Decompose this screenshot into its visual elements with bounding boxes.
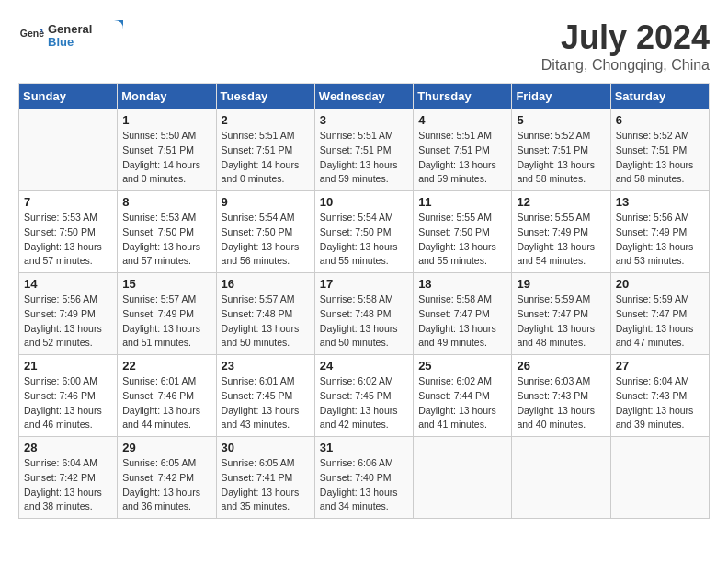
- day-number: 2: [222, 113, 310, 127]
- calendar-cell: 31Sunrise: 6:06 AMSunset: 7:40 PMDayligh…: [314, 437, 413, 519]
- calendar-cell: 6Sunrise: 5:52 AMSunset: 7:51 PMDaylight…: [610, 109, 709, 191]
- calendar-cell: 10Sunrise: 5:54 AMSunset: 7:50 PMDayligh…: [314, 191, 413, 273]
- weekday-header-saturday: Saturday: [610, 84, 709, 109]
- calendar-cell: 3Sunrise: 5:51 AMSunset: 7:51 PMDaylight…: [314, 109, 413, 191]
- calendar-cell: 26Sunrise: 6:03 AMSunset: 7:43 PMDayligh…: [512, 355, 610, 437]
- weekday-header-wednesday: Wednesday: [314, 84, 413, 109]
- day-number: 8: [122, 195, 210, 209]
- day-number: 26: [517, 359, 605, 373]
- calendar-cell: 14Sunrise: 5:56 AMSunset: 7:49 PMDayligh…: [19, 273, 118, 355]
- day-number: 18: [418, 277, 506, 291]
- day-info: Sunrise: 5:54 AMSunset: 7:50 PMDaylight:…: [320, 211, 408, 269]
- calendar-cell: 7Sunrise: 5:53 AMSunset: 7:50 PMDaylight…: [19, 191, 118, 273]
- svg-text:Blue: Blue: [48, 35, 74, 49]
- calendar-cell: 20Sunrise: 5:59 AMSunset: 7:47 PMDayligh…: [610, 273, 709, 355]
- day-info: Sunrise: 5:53 AMSunset: 7:50 PMDaylight:…: [24, 211, 112, 269]
- day-info: Sunrise: 5:57 AMSunset: 7:49 PMDaylight:…: [122, 293, 210, 350]
- day-info: Sunrise: 5:52 AMSunset: 7:51 PMDaylight:…: [616, 129, 704, 187]
- day-info: Sunrise: 5:51 AMSunset: 7:51 PMDaylight:…: [418, 129, 506, 187]
- weekday-header-friday: Friday: [512, 84, 610, 109]
- day-info: Sunrise: 5:57 AMSunset: 7:48 PMDaylight:…: [222, 293, 310, 350]
- day-number: 21: [24, 359, 112, 373]
- day-number: 25: [418, 359, 506, 373]
- day-info: Sunrise: 6:01 AMSunset: 7:45 PMDaylight:…: [222, 374, 310, 432]
- day-info: Sunrise: 5:50 AMSunset: 7:51 PMDaylight:…: [122, 129, 210, 187]
- day-number: 9: [222, 195, 310, 209]
- day-info: Sunrise: 5:54 AMSunset: 7:50 PMDaylight:…: [222, 211, 310, 269]
- day-number: 14: [24, 277, 112, 291]
- day-number: 3: [320, 113, 408, 127]
- calendar-cell: 11Sunrise: 5:55 AMSunset: 7:50 PMDayligh…: [414, 191, 512, 273]
- day-info: Sunrise: 6:04 AMSunset: 7:42 PMDaylight:…: [24, 456, 112, 514]
- day-info: Sunrise: 5:55 AMSunset: 7:50 PMDaylight:…: [418, 211, 506, 269]
- day-number: 31: [320, 441, 408, 454]
- header: General General Blue July 2024 Ditang, C…: [18, 18, 710, 74]
- logo: General General Blue: [18, 18, 131, 55]
- day-number: 16: [222, 277, 310, 291]
- calendar-cell: [414, 437, 512, 519]
- weekday-header-tuesday: Tuesday: [216, 84, 314, 109]
- day-number: 15: [122, 277, 210, 291]
- calendar-cell: 5Sunrise: 5:52 AMSunset: 7:51 PMDaylight…: [512, 109, 610, 191]
- day-number: 29: [122, 441, 210, 454]
- day-number: 10: [320, 195, 408, 209]
- day-number: 6: [616, 113, 704, 127]
- calendar-cell: [512, 437, 610, 519]
- day-number: 30: [222, 441, 310, 454]
- day-number: 12: [517, 195, 605, 209]
- calendar-body: 1Sunrise: 5:50 AMSunset: 7:51 PMDaylight…: [19, 109, 710, 519]
- week-row-1: 7Sunrise: 5:53 AMSunset: 7:50 PMDaylight…: [19, 191, 710, 273]
- day-number: 22: [122, 359, 210, 373]
- weekday-header-row: SundayMondayTuesdayWednesdayThursdayFrid…: [19, 84, 710, 109]
- day-number: 17: [320, 277, 408, 291]
- calendar-cell: 17Sunrise: 5:58 AMSunset: 7:48 PMDayligh…: [314, 273, 413, 355]
- logo-text: General Blue: [48, 18, 131, 55]
- day-info: Sunrise: 5:56 AMSunset: 7:49 PMDaylight:…: [24, 293, 112, 350]
- day-number: 23: [222, 359, 310, 373]
- day-info: Sunrise: 6:02 AMSunset: 7:45 PMDaylight:…: [320, 374, 408, 432]
- day-number: 27: [616, 359, 704, 373]
- calendar-cell: 2Sunrise: 5:51 AMSunset: 7:51 PMDaylight…: [216, 109, 314, 191]
- day-info: Sunrise: 6:03 AMSunset: 7:43 PMDaylight:…: [517, 374, 605, 432]
- day-info: Sunrise: 5:59 AMSunset: 7:47 PMDaylight:…: [517, 293, 605, 350]
- day-number: 11: [418, 195, 506, 209]
- calendar-cell: 13Sunrise: 5:56 AMSunset: 7:49 PMDayligh…: [610, 191, 709, 273]
- day-info: Sunrise: 6:06 AMSunset: 7:40 PMDaylight:…: [320, 456, 408, 514]
- calendar-cell: [610, 437, 709, 519]
- week-row-2: 14Sunrise: 5:56 AMSunset: 7:49 PMDayligh…: [19, 273, 710, 355]
- day-info: Sunrise: 5:53 AMSunset: 7:50 PMDaylight:…: [122, 211, 210, 269]
- calendar-cell: 25Sunrise: 6:02 AMSunset: 7:44 PMDayligh…: [414, 355, 512, 437]
- week-row-3: 21Sunrise: 6:00 AMSunset: 7:46 PMDayligh…: [19, 355, 710, 437]
- calendar-cell: 30Sunrise: 6:05 AMSunset: 7:41 PMDayligh…: [216, 437, 314, 519]
- calendar-cell: 28Sunrise: 6:04 AMSunset: 7:42 PMDayligh…: [19, 437, 118, 519]
- day-number: 20: [616, 277, 704, 291]
- weekday-header-thursday: Thursday: [414, 84, 512, 109]
- day-info: Sunrise: 6:01 AMSunset: 7:46 PMDaylight:…: [122, 374, 210, 432]
- calendar-cell: 12Sunrise: 5:55 AMSunset: 7:49 PMDayligh…: [512, 191, 610, 273]
- calendar-cell: 21Sunrise: 6:00 AMSunset: 7:46 PMDayligh…: [19, 355, 118, 437]
- day-info: Sunrise: 6:04 AMSunset: 7:43 PMDaylight:…: [616, 374, 704, 432]
- day-info: Sunrise: 6:05 AMSunset: 7:42 PMDaylight:…: [122, 456, 210, 514]
- calendar-cell: 1Sunrise: 5:50 AMSunset: 7:51 PMDaylight…: [118, 109, 216, 191]
- day-number: 1: [122, 113, 210, 127]
- calendar-cell: 19Sunrise: 5:59 AMSunset: 7:47 PMDayligh…: [512, 273, 610, 355]
- weekday-header-monday: Monday: [118, 84, 216, 109]
- calendar-cell: 18Sunrise: 5:58 AMSunset: 7:47 PMDayligh…: [414, 273, 512, 355]
- calendar-cell: 8Sunrise: 5:53 AMSunset: 7:50 PMDaylight…: [118, 191, 216, 273]
- day-info: Sunrise: 5:59 AMSunset: 7:47 PMDaylight:…: [616, 293, 704, 350]
- day-number: 7: [24, 195, 112, 209]
- title-area: July 2024 Ditang, Chongqing, China: [541, 18, 710, 74]
- day-info: Sunrise: 5:58 AMSunset: 7:47 PMDaylight:…: [418, 293, 506, 350]
- day-info: Sunrise: 5:56 AMSunset: 7:49 PMDaylight:…: [616, 211, 704, 269]
- calendar-cell: 9Sunrise: 5:54 AMSunset: 7:50 PMDaylight…: [216, 191, 314, 273]
- calendar-header: SundayMondayTuesdayWednesdayThursdayFrid…: [19, 84, 710, 109]
- calendar-cell: 29Sunrise: 6:05 AMSunset: 7:42 PMDayligh…: [118, 437, 216, 519]
- calendar-cell: [19, 109, 118, 191]
- day-info: Sunrise: 6:02 AMSunset: 7:44 PMDaylight:…: [418, 374, 506, 432]
- calendar-cell: 24Sunrise: 6:02 AMSunset: 7:45 PMDayligh…: [314, 355, 413, 437]
- day-info: Sunrise: 6:00 AMSunset: 7:46 PMDaylight:…: [24, 374, 112, 432]
- day-number: 4: [418, 113, 506, 127]
- logo-icon: General: [18, 24, 44, 50]
- week-row-0: 1Sunrise: 5:50 AMSunset: 7:51 PMDaylight…: [19, 109, 710, 191]
- main-title: July 2024: [541, 18, 710, 57]
